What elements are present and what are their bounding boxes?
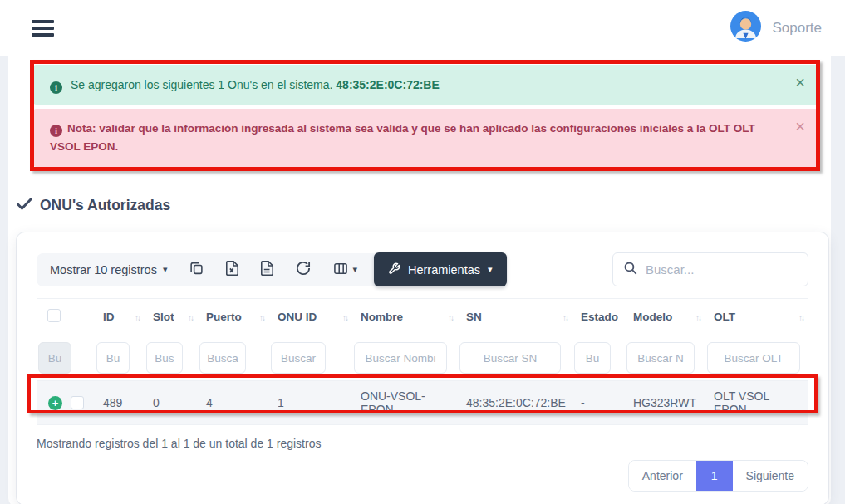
sort-icon: ↑↓ xyxy=(563,312,567,321)
user-avatar xyxy=(730,11,761,45)
filter-slot[interactable] xyxy=(146,342,183,374)
cell-olt: OLT VSOL EPON xyxy=(705,381,808,425)
refresh-button[interactable] xyxy=(296,261,311,278)
search-container xyxy=(612,252,808,286)
sort-icon: ↑↓ xyxy=(188,312,193,321)
check-icon xyxy=(17,197,32,214)
excel-icon xyxy=(226,261,238,278)
hamburger-menu-icon[interactable] xyxy=(32,17,54,40)
sort-icon: ↑↓ xyxy=(695,312,700,321)
columns-icon xyxy=(333,262,348,278)
pagination: Anterior 1 Siguiente xyxy=(628,460,808,492)
header-select-all xyxy=(37,299,95,335)
column-header-nombre[interactable]: Nombre↑↓ xyxy=(352,299,458,335)
select-all-checkbox[interactable] xyxy=(47,309,61,322)
cell-sn: 48:35:2E:0C:72:BE xyxy=(458,381,572,425)
warning-alert-line1: Nota: validar que la información ingresa… xyxy=(67,122,755,135)
table-buttons-group: Mostrar 10 registros ▾ xyxy=(37,253,379,286)
cell-estado: - xyxy=(572,381,625,425)
copy-icon xyxy=(189,261,204,278)
pagination-next[interactable]: Siguiente xyxy=(733,461,808,491)
table-card: Mostrar 10 registros ▾ xyxy=(17,232,828,504)
chevron-down-icon: ▾ xyxy=(488,264,493,275)
success-alert: i Se agregaron los siguientes 1 Onu's en… xyxy=(33,65,818,105)
filter-modelo[interactable] xyxy=(626,342,695,374)
column-header-id[interactable]: ID↑↓ xyxy=(95,299,145,335)
tools-dropdown-button[interactable]: Herramientas ▾ xyxy=(374,252,507,286)
column-header-slot[interactable]: Slot↑↓ xyxy=(145,299,198,335)
info-icon: i xyxy=(50,81,62,94)
info-icon: i xyxy=(50,125,62,137)
sort-icon: ↑↓ xyxy=(135,312,140,321)
chevron-down-icon: ▾ xyxy=(163,264,168,275)
column-visibility-button[interactable]: ▾ xyxy=(333,262,357,278)
warning-alert: iNota: validar que la información ingres… xyxy=(33,109,818,167)
show-entries-dropdown[interactable]: Mostrar 10 registros ▾ xyxy=(50,263,167,276)
support-label: Soporte xyxy=(772,20,822,37)
page-title: ONU's Autorizadas xyxy=(17,197,831,214)
column-header-estado[interactable]: Estado xyxy=(572,299,625,335)
filter-nombre[interactable] xyxy=(354,342,447,374)
user-menu[interactable]: Soporte xyxy=(715,0,845,56)
filter-select[interactable] xyxy=(38,342,71,374)
table-toolbar: Mostrar 10 registros ▾ xyxy=(37,252,808,286)
sort-icon: ↑↓ xyxy=(448,312,453,321)
pagination-previous[interactable]: Anterior xyxy=(629,461,696,491)
chevron-down-icon: ▾ xyxy=(352,264,357,275)
filter-onu-id[interactable] xyxy=(271,342,326,374)
refresh-icon xyxy=(296,261,311,278)
pdf-export-button[interactable] xyxy=(261,261,273,278)
excel-export-button[interactable] xyxy=(226,261,238,278)
close-icon[interactable]: × xyxy=(795,118,805,135)
filter-puerto[interactable] xyxy=(199,342,246,374)
cell-nombre: ONU-VSOL-EPON xyxy=(352,381,458,425)
main-content: i Se agregaron los siguientes 1 Onu's en… xyxy=(8,56,831,504)
filter-estado[interactable] xyxy=(574,342,611,374)
page-title-text: ONU's Autorizadas xyxy=(40,197,170,214)
close-icon[interactable]: × xyxy=(795,74,805,91)
success-alert-message: Se agregaron los siguientes 1 Onu's en e… xyxy=(71,78,333,91)
search-icon xyxy=(623,261,637,278)
table-filter-row xyxy=(37,335,808,381)
alerts-container: i Se agregaron los siguientes 1 Onu's en… xyxy=(8,65,831,167)
column-header-sn[interactable]: SN↑↓ xyxy=(458,299,572,335)
filter-id[interactable] xyxy=(96,342,130,374)
sort-icon: ↑↓ xyxy=(342,312,347,321)
pagination-page-1[interactable]: 1 xyxy=(696,461,733,491)
column-header-olt[interactable]: OLT↑↓ xyxy=(705,299,808,335)
top-navbar: Soporte xyxy=(0,0,845,56)
column-header-onu-id[interactable]: ONU ID↑↓ xyxy=(269,299,352,335)
table-header-row: ID↑↓ Slot↑↓ Puerto↑↓ ONU ID↑↓ Nombre↑↓ S… xyxy=(37,299,808,335)
row-checkbox[interactable] xyxy=(71,396,84,409)
warning-alert-line2: VSOL EPON. xyxy=(50,138,784,156)
search-input[interactable] xyxy=(646,262,798,276)
records-summary: Mostrando registros del 1 al 1 de un tot… xyxy=(37,437,808,450)
column-header-modelo[interactable]: Modelo↑↓ xyxy=(625,299,705,335)
sort-icon: ↑↓ xyxy=(798,312,803,321)
cell-modelo: HG323RWT xyxy=(625,381,705,425)
filter-sn[interactable] xyxy=(459,342,561,374)
table-row: + 489 0 4 1 ONU-VSOL-EPON 48:35:2E:0C:72… xyxy=(37,381,808,425)
file-icon xyxy=(261,261,273,278)
copy-button[interactable] xyxy=(189,261,204,278)
wrench-icon xyxy=(388,262,400,277)
cell-puerto: 4 xyxy=(198,381,269,425)
cell-slot: 0 xyxy=(145,381,198,425)
cell-onu-id: 1 xyxy=(269,381,352,425)
filter-olt[interactable] xyxy=(707,342,800,374)
expand-row-button plus-icon[interactable]: + xyxy=(48,396,62,410)
onu-table: ID↑↓ Slot↑↓ Puerto↑↓ ONU ID↑↓ Nombre↑↓ S… xyxy=(37,298,808,425)
cell-id: 489 xyxy=(95,381,145,425)
column-header-puerto[interactable]: Puerto↑↓ xyxy=(198,299,269,335)
success-alert-mac: 48:35:2E:0C:72:BE xyxy=(336,78,440,91)
sort-icon: ↑↓ xyxy=(259,312,264,321)
